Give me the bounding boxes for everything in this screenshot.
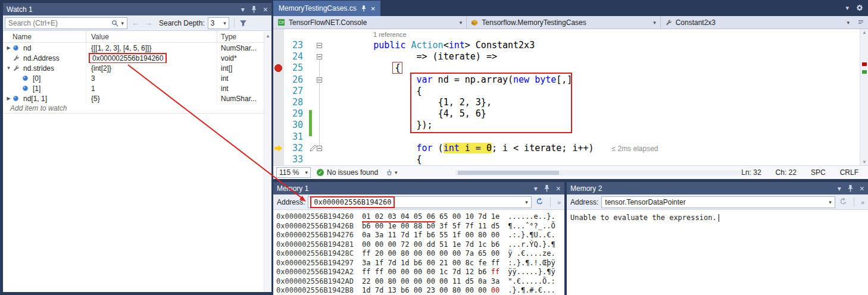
- nav-end-icon[interactable]: [854, 19, 868, 26]
- chevron-down-icon[interactable]: ▾: [829, 199, 832, 205]
- collapse-region-icon[interactable]: [317, 43, 322, 48]
- editor-body[interactable]: 2324252627282930313233 1 reference publi…: [273, 29, 868, 165]
- glyph-margin-row[interactable]: [273, 40, 284, 51]
- filter-icon[interactable]: [239, 19, 247, 27]
- pin-icon[interactable]: [544, 185, 549, 192]
- collapse-region-icon[interactable]: [317, 146, 322, 151]
- column-header-name[interactable]: Name: [3, 31, 86, 42]
- watch-scrollbar[interactable]: ▲: [264, 32, 271, 292]
- watch-name-cell[interactable]: [1]: [3, 83, 86, 93]
- memory-hex-bytes[interactable]: ff 20 00 80 00 00 00 00 7a 65 00: [362, 249, 499, 258]
- breakpoint-margin[interactable]: [273, 29, 284, 165]
- glyph-margin-row[interactable]: [273, 62, 284, 74]
- tab-close-icon[interactable]: ×: [371, 4, 376, 13]
- outline-margin-row[interactable]: [314, 62, 327, 74]
- search-depth-select[interactable]: 3 ▾: [208, 17, 229, 29]
- outline-margin-row[interactable]: [314, 120, 327, 131]
- glyph-margin-row[interactable]: [273, 131, 284, 143]
- code-line[interactable]: public Action<int> Constant2x3: [327, 40, 860, 51]
- memory-row[interactable]: 0x000002556B19428Cff 20 00 80 00 00 00 0…: [276, 249, 564, 259]
- memory-hex-bytes[interactable]: 1d 7d 13 b6 00 23 00 80 00 00 00: [362, 286, 499, 294]
- code-line[interactable]: {: [327, 62, 860, 74]
- outline-margin-row[interactable]: [314, 74, 327, 86]
- search-icon[interactable]: [111, 20, 118, 27]
- memory-hex-bytes[interactable]: 3a 1f 7d 1d b6 00 21 00 8c fe ff: [362, 259, 499, 267]
- code-line[interactable]: for (int i = 0; i < iterate; i++)≤ 2ms e…: [327, 143, 860, 154]
- watch-row[interactable]: [1]1int: [3, 83, 271, 93]
- memory2-address-input[interactable]: tensor.TensorDataPointer ▾: [601, 196, 835, 208]
- watch-value-cell[interactable]: {int[2]}: [86, 63, 217, 73]
- watch-value-cell[interactable]: 1: [86, 83, 217, 93]
- memory1-address-input[interactable]: 0x000002556B194260 ▾: [308, 196, 532, 208]
- memory2-content[interactable]: Unable to evaluate the expression.: [567, 210, 868, 222]
- memory-hex-bytes[interactable]: 22 00 80 00 00 00 00 11 d5 0a 3a: [362, 277, 499, 285]
- nav-project-select[interactable]: C# TensorFlowNET.Console ▾: [273, 16, 467, 29]
- tab-memorytestingcases[interactable]: MemoryTestingCases.cs ×: [273, 1, 380, 16]
- codelens-references[interactable]: 1 reference: [327, 29, 860, 40]
- watch-name-cell[interactable]: ▼nd.strides: [3, 63, 86, 73]
- collapsed-expander-icon[interactable]: ▶: [5, 45, 13, 51]
- collapse-region-icon[interactable]: [317, 54, 322, 59]
- memory-row[interactable]: 0x000002556B19428100 00 00 72 00 dd 51 1…: [276, 240, 564, 250]
- memory-hex-bytes[interactable]: ff ff 00 00 00 00 1c 7d 12 b6 ff: [362, 268, 499, 276]
- refresh-icon[interactable]: [838, 197, 849, 207]
- search-prev-icon[interactable]: ←: [130, 18, 140, 27]
- code-area[interactable]: 1 reference public Action<int> Constant2…: [327, 29, 860, 165]
- toolbar-overflow-icon[interactable]: »: [859, 199, 866, 206]
- code-line[interactable]: {4, 5, 6}: [327, 108, 860, 120]
- watch-value-cell[interactable]: {[[1, 2, 3], [4, 5, 6]]}: [86, 43, 217, 53]
- watch-row[interactable]: ▶nd[1, 1]{5}NumShar...: [3, 93, 271, 103]
- code-line[interactable]: => (iterate) =>: [327, 51, 860, 62]
- search-input[interactable]: Search (Ctrl+E) ▾: [5, 17, 127, 29]
- glyph-margin-row[interactable]: [273, 86, 284, 97]
- memory1-content[interactable]: 0x000002556B19426001 02 03 04 05 06 65 0…: [273, 210, 564, 295]
- glyph-margin-row[interactable]: [273, 143, 284, 154]
- outline-margin-row[interactable]: [314, 154, 327, 165]
- glyph-margin-row[interactable]: [273, 97, 284, 108]
- scroll-up-icon[interactable]: ▲: [860, 30, 868, 35]
- memory2-titlebar[interactable]: Memory 2 ▾ ×: [567, 182, 868, 194]
- watch-name-cell[interactable]: nd.Address: [3, 53, 86, 63]
- watch-value-cell[interactable]: 3: [86, 73, 217, 83]
- close-icon[interactable]: ×: [263, 5, 268, 14]
- watch-name-cell[interactable]: ▶nd[1, 1]: [3, 93, 86, 103]
- code-line[interactable]: {: [327, 86, 860, 97]
- tab-pin-icon[interactable]: [361, 5, 366, 12]
- watch-value-cell[interactable]: {5}: [86, 93, 217, 103]
- pin-icon[interactable]: [251, 6, 257, 13]
- scrollbar-thumb[interactable]: [458, 171, 559, 175]
- breakpoint-icon[interactable]: [274, 64, 282, 72]
- memory-hex-bytes[interactable]: 00 00 00 72 00 dd 51 1e 7d 1c b6: [362, 240, 499, 249]
- refresh-icon[interactable]: [535, 197, 545, 207]
- memory-row[interactable]: 0x000002556B1942AD22 00 80 00 00 00 00 1…: [276, 277, 564, 287]
- watch-titlebar[interactable]: Watch 1 ▾ ×: [3, 3, 271, 15]
- outline-margin-row[interactable]: [314, 51, 327, 62]
- zoom-select[interactable]: 115 % ▾: [276, 167, 311, 178]
- watch-row[interactable]: ▶nd{[[1, 2, 3], [4, 5, 6]]}NumShar...: [3, 43, 271, 53]
- code-line[interactable]: var nd = np.array(new byte[,]: [327, 74, 860, 86]
- outline-margin-row[interactable]: [314, 97, 327, 108]
- watch-name-cell[interactable]: ▶nd: [3, 43, 86, 53]
- memory-hex-bytes[interactable]: b6 00 1e 00 88 b0 3f 5f 7f 11 d5: [362, 222, 499, 230]
- outline-margin-row[interactable]: [314, 108, 327, 120]
- memory-hex-bytes[interactable]: 01 02 03 04 05 06 65 00 10 7d 1e: [362, 212, 499, 221]
- close-icon[interactable]: ×: [860, 184, 864, 193]
- memory-hex-bytes[interactable]: 0a 3a 11 7d 1f b6 55 1f 00 80 00: [362, 231, 499, 239]
- nav-class-select[interactable]: Tensorflow.MemoryTestingCases ▾: [467, 16, 660, 29]
- watch-value-cell[interactable]: 0x000002556b194260: [86, 53, 217, 63]
- document-list-chevron-icon[interactable]: ▾: [845, 4, 849, 12]
- memory-row[interactable]: 0x000002556B19426001 02 03 04 05 06 65 0…: [276, 212, 564, 222]
- outline-margin-row[interactable]: [314, 131, 327, 143]
- window-position-icon[interactable]: ▾: [534, 185, 538, 192]
- watch-name-cell[interactable]: [0]: [3, 73, 86, 83]
- gear-icon[interactable]: [856, 4, 863, 12]
- memory1-titlebar[interactable]: Memory 1 ▾ ×: [273, 182, 564, 194]
- watch-row[interactable]: ▼nd.strides{int[2]}int[]: [3, 63, 271, 73]
- memory-row[interactable]: 0x000002556B19426Bb6 00 1e 00 88 b0 3f 5…: [276, 222, 564, 231]
- glyph-margin-row[interactable]: [273, 154, 284, 165]
- glyph-margin-row[interactable]: [273, 74, 284, 86]
- window-position-icon[interactable]: ▾: [241, 6, 245, 13]
- memory-row[interactable]: 0x000002556B1942973a 1f 7d 1d b6 00 21 0…: [276, 259, 564, 268]
- memory-row[interactable]: 0x000002556B1942B81d 7d 13 b6 00 23 00 8…: [276, 286, 564, 295]
- watch-row[interactable]: nd.Address0x000002556b194260void*: [3, 53, 271, 63]
